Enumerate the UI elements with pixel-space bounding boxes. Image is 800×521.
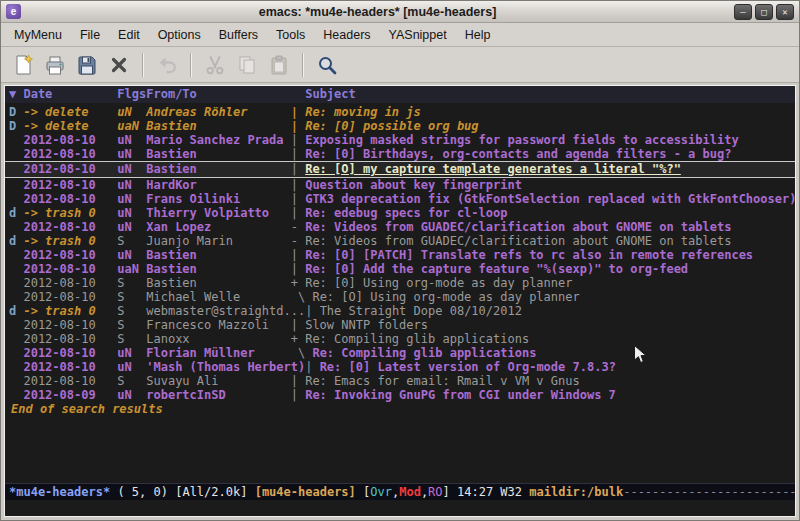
message-row[interactable]: 2012-08-10SMichael Welle \ Re: [O] Using… bbox=[5, 290, 795, 304]
menu-file[interactable]: File bbox=[71, 25, 109, 45]
message-row[interactable]: d-> trash 0Swebmaster@straightd...| The … bbox=[5, 304, 795, 318]
message-row[interactable]: 2012-08-10SFrancesco Mazzoli| Slow NNTP … bbox=[5, 318, 795, 332]
modeline-segment-blue: *mu4e-headers* bbox=[9, 485, 110, 499]
message-row[interactable]: 2012-08-09uNrobertcInSD| Re: Invoking Gn… bbox=[5, 388, 795, 402]
message-mark bbox=[9, 346, 23, 360]
close-button[interactable]: ✕ bbox=[776, 4, 794, 20]
new-file-icon bbox=[12, 54, 34, 76]
message-date: 2012-08-10 bbox=[23, 346, 117, 360]
message-row[interactable]: D-> deleteuaNBastien| Re: [0] possible o… bbox=[5, 119, 795, 133]
copy-button[interactable] bbox=[231, 50, 263, 80]
paste-button[interactable] bbox=[263, 50, 295, 80]
message-subject: Exposing masked strings for password fie… bbox=[305, 133, 738, 147]
message-row[interactable]: 2012-08-10uNHardKor| Question about key … bbox=[5, 178, 795, 192]
message-subject: Re: [O] my capture template generates a … bbox=[305, 162, 681, 177]
minimize-button[interactable]: – bbox=[734, 4, 752, 20]
message-row[interactable]: 2012-08-10uNXan Lopez- Re: Videos from G… bbox=[5, 220, 795, 234]
thread-prefix: - bbox=[291, 234, 305, 248]
message-from: robertcInSD bbox=[146, 388, 290, 402]
message-mark bbox=[9, 276, 23, 290]
message-subject: Re: [0] Latest version of Org-mode 7.8.3… bbox=[320, 360, 616, 374]
search-icon bbox=[316, 54, 338, 76]
message-date: 2012-08-10 bbox=[23, 276, 117, 290]
message-flags: S bbox=[117, 276, 146, 290]
save-icon bbox=[76, 54, 98, 76]
titlebar[interactable]: e emacs: *mu4e-headers* [mu4e-headers] –… bbox=[1, 1, 799, 23]
message-row[interactable]: d-> trash 0uNThierry Volpiatto| Re: edeb… bbox=[5, 206, 795, 220]
message-from: Lanoxx bbox=[146, 332, 290, 346]
cut-icon bbox=[204, 54, 226, 76]
save-button[interactable] bbox=[71, 50, 103, 80]
mode-line[interactable]: *mu4e-headers* ( 5, 0) [All/2.0k] [mu4e-… bbox=[5, 483, 795, 500]
message-flags: uN bbox=[117, 133, 146, 147]
message-list: D-> deleteuNAndreas Röhler| Re: moving i… bbox=[5, 103, 795, 483]
message-flags: uN bbox=[117, 388, 146, 402]
message-subject: The Straight Dope 08/10/2012 bbox=[320, 304, 522, 318]
maximize-button[interactable]: □ bbox=[755, 4, 773, 20]
message-date: 2012-08-10 bbox=[23, 374, 117, 388]
toolbar bbox=[1, 47, 799, 83]
close-buffer-icon bbox=[108, 54, 130, 76]
menu-headers[interactable]: Headers bbox=[314, 25, 379, 45]
copy-icon bbox=[236, 54, 258, 76]
message-from: Francesco Mazzoli bbox=[146, 318, 290, 332]
message-subject: Question about key fingerprint bbox=[305, 178, 522, 192]
message-row[interactable]: 2012-08-10uNBastien| Re: [0] Birthdays, … bbox=[5, 147, 795, 161]
thread-prefix: | bbox=[291, 192, 305, 206]
message-date: -> trash 0 bbox=[23, 234, 117, 248]
message-date: -> delete bbox=[23, 119, 117, 133]
message-row[interactable]: 2012-08-10uN'Mash (Thomas Herbert)| Re: … bbox=[5, 360, 795, 374]
message-flags: S bbox=[117, 234, 146, 248]
modeline-segment-magenta: RO bbox=[428, 485, 442, 499]
message-mark: D bbox=[9, 119, 23, 133]
message-date: 2012-08-10 bbox=[23, 220, 117, 234]
modeline-segment-fg: ] bbox=[443, 485, 457, 499]
message-mark bbox=[9, 133, 23, 147]
message-row[interactable]: 2012-08-10SLanoxx+ Re: Compiling glib ap… bbox=[5, 332, 795, 346]
menu-tools[interactable]: Tools bbox=[267, 25, 314, 45]
message-row[interactable]: 2012-08-10uNMario Sanchez Prada| Exposin… bbox=[5, 133, 795, 147]
message-from: Bastien bbox=[146, 248, 290, 262]
message-row[interactable]: d-> trash 0SJuanjo Marin- Re: Videos fro… bbox=[5, 234, 795, 248]
minibuffer[interactable] bbox=[5, 500, 795, 516]
message-from: Bastien bbox=[146, 119, 290, 133]
message-flags: uN bbox=[117, 147, 146, 161]
message-row[interactable]: D-> deleteuNAndreas Röhler| Re: moving i… bbox=[5, 105, 795, 119]
column-header-flgs: Flgs bbox=[117, 86, 146, 103]
message-subject: Slow NNTP folders bbox=[305, 318, 428, 332]
close-buffer-button[interactable] bbox=[103, 50, 135, 80]
message-from: Bastien bbox=[146, 262, 290, 276]
modeline-segment-cyan: Ovr bbox=[370, 485, 392, 499]
menu-buffers[interactable]: Buffers bbox=[210, 25, 267, 45]
message-date: -> trash 0 bbox=[23, 304, 117, 318]
thread-prefix: | bbox=[291, 147, 305, 161]
message-mark bbox=[9, 388, 23, 402]
message-subject: Re: [0] possible org bug bbox=[305, 119, 478, 133]
menu-edit[interactable]: Edit bbox=[109, 25, 149, 45]
thread-prefix: | bbox=[291, 262, 305, 276]
message-row[interactable]: 2012-08-10uNFrans Oilinki| GTK3 deprecat… bbox=[5, 192, 795, 206]
menu-help[interactable]: Help bbox=[456, 25, 500, 45]
message-from: Bastien bbox=[146, 276, 290, 290]
menu-options[interactable]: Options bbox=[149, 25, 210, 45]
message-row[interactable]: 2012-08-10uaNBastien| Re: [0] Add the ca… bbox=[5, 262, 795, 276]
message-row[interactable]: 2012-08-10uNBastien| Re: [0] [PATCH] Tra… bbox=[5, 248, 795, 262]
print-button[interactable] bbox=[39, 50, 71, 80]
message-flags: uN bbox=[117, 360, 146, 374]
header-line: ▼ DateFlgsFrom/ToSubject bbox=[5, 86, 795, 103]
message-row[interactable]: 2012-08-10uNFlorian Müllner \ Re: Compil… bbox=[5, 346, 795, 360]
menu-mymenu[interactable]: MyMenu bbox=[5, 25, 71, 45]
new-file-button[interactable] bbox=[7, 50, 39, 80]
thread-prefix: | bbox=[305, 304, 319, 318]
message-flags: uN bbox=[117, 192, 146, 206]
message-flags: uN bbox=[117, 162, 146, 177]
search-button[interactable] bbox=[311, 50, 343, 80]
message-row[interactable]: 2012-08-10SSuvayu Ali| Re: Emacs for ema… bbox=[5, 374, 795, 388]
cut-button[interactable] bbox=[199, 50, 231, 80]
column-header-fromto: From/To bbox=[146, 86, 305, 103]
message-row[interactable]: 2012-08-10uNBastien| Re: [O] my capture … bbox=[5, 161, 795, 178]
undo-button[interactable] bbox=[151, 50, 183, 80]
message-row[interactable]: 2012-08-10SBastien+ Re: [0] Using org-mo… bbox=[5, 276, 795, 290]
menu-yasnippet[interactable]: YASnippet bbox=[380, 25, 456, 45]
thread-prefix: | bbox=[291, 105, 305, 119]
